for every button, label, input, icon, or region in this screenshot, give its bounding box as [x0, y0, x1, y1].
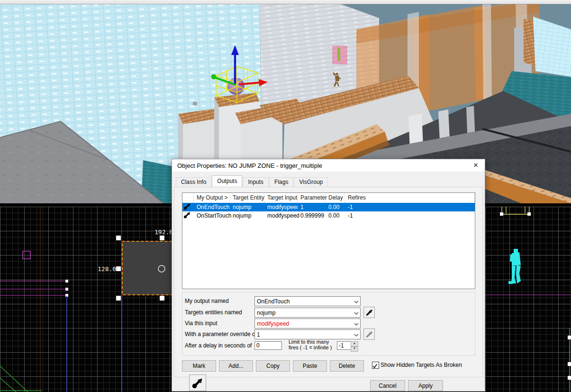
dimension-height-label: 128.0 — [98, 265, 116, 273]
tab-bar: Class Info Outputs Inputs Flags VisGroup — [176, 177, 328, 187]
player-silhouette-2d — [508, 249, 521, 284]
table-row[interactable]: OnEndTouch nojump modifyspeed 1 0.00 -1 — [182, 203, 475, 211]
cell-delay: 0.00 — [326, 203, 345, 211]
brush-outline-magenta — [0, 281, 67, 295]
delay-input[interactable] — [254, 341, 282, 350]
outputs-table-header: My Output > Target Entity Target Input P… — [182, 193, 475, 203]
limit-fires-input[interactable] — [337, 341, 351, 350]
targets-entities-combo[interactable]: nojump — [254, 308, 361, 318]
label-via-this-input: Via this input — [185, 320, 218, 327]
my-output-named-combo[interactable]: OnEndTouch — [254, 296, 361, 306]
spinner-down-icon[interactable]: ▼ — [351, 346, 358, 352]
selected-brush-2d[interactable] — [122, 241, 172, 295]
label-delay-seconds: After a delay in seconds of — [185, 342, 252, 349]
via-this-input-value: modifyspeed — [255, 320, 353, 327]
parameter-override-value: 1 — [255, 331, 353, 338]
header-refires[interactable]: Refires — [345, 193, 475, 203]
chevron-down-icon[interactable] — [353, 331, 360, 338]
brush-outline-yellow — [500, 207, 531, 214]
output-arrow-icon — [182, 211, 194, 220]
cell-target-input: modifyspeed — [264, 203, 298, 211]
viewport-2d-right[interactable] — [484, 207, 571, 392]
outputs-table[interactable]: My Output > Target Entity Target Input P… — [182, 192, 475, 289]
targets-entities-value: nojump — [255, 310, 353, 316]
via-this-input-combo[interactable]: modifyspeed — [254, 319, 361, 328]
close-icon[interactable]: ✕ — [471, 161, 481, 170]
viewport-2d-left[interactable]: 192.0 128.0 — [0, 207, 172, 392]
tab-class-info[interactable]: Class Info — [176, 177, 211, 187]
copy-button[interactable]: Copy — [256, 360, 290, 372]
cell-my-output: OnEndTouch — [194, 203, 230, 211]
tab-flags[interactable]: Flags — [269, 177, 293, 187]
cell-parameter: 1 — [298, 203, 326, 211]
my-output-named-value: OnEndTouch — [255, 298, 353, 305]
output-connection-button[interactable] — [189, 374, 206, 391]
entity-picker-button[interactable] — [363, 307, 375, 318]
show-hidden-targets-label: Show Hidden Targets As Broken — [381, 362, 462, 368]
dimension-width-label: 192.0 — [154, 228, 172, 236]
cell-refires: -1 — [345, 211, 475, 220]
label-parameter-override: With a parameter override of — [185, 331, 257, 337]
cell-my-output: OnStartTouch — [194, 211, 230, 220]
cell-target-entity: nojump — [230, 211, 264, 220]
limit-fires-spinner[interactable]: ▲ ▼ — [351, 341, 358, 352]
output-arrow-icon — [191, 377, 204, 389]
checkmark-icon — [372, 364, 378, 369]
small-entity-box — [193, 102, 197, 105]
header-icon-col — [182, 193, 194, 203]
show-hidden-targets-checkbox[interactable] — [372, 362, 379, 369]
chevron-down-icon[interactable] — [353, 310, 360, 316]
chevron-down-icon[interactable] — [353, 298, 360, 305]
add-button[interactable]: Add... — [219, 360, 253, 372]
eyedropper-icon — [366, 331, 373, 338]
dialog-title: Object Properties: NO JUMP ZONE - trigge… — [177, 162, 322, 169]
cancel-button[interactable]: Cancel — [370, 380, 405, 391]
vertex-handles-small[interactable] — [65, 280, 68, 297]
label-targets-entities: Targets entities named — [185, 309, 242, 316]
pink-trigger-brush — [333, 46, 347, 64]
dialog-titlebar[interactable]: Object Properties: NO JUMP ZONE - trigge… — [172, 159, 485, 172]
spinner-up-icon[interactable]: ▲ — [351, 341, 358, 346]
cell-delay: 0.00 — [326, 211, 345, 220]
tab-outputs[interactable]: Outputs — [212, 175, 242, 187]
cell-target-entity: nojump — [230, 203, 264, 211]
header-target-input[interactable]: Target Input — [264, 193, 298, 203]
delete-button[interactable]: Delete — [330, 360, 364, 372]
parameter-picker-button[interactable] — [363, 328, 375, 340]
label-my-output-named: My output named — [185, 298, 229, 304]
header-parameter[interactable]: Parameter — [298, 193, 326, 203]
output-arrow-icon — [182, 203, 194, 211]
cell-refires: -1 — [345, 203, 475, 211]
mark-button[interactable]: Mark — [182, 360, 216, 372]
header-my-output[interactable]: My Output > — [194, 193, 230, 203]
tab-inputs[interactable]: Inputs — [243, 177, 269, 187]
chevron-down-icon[interactable] — [353, 320, 360, 327]
label-limit-fires: Limit to this many fires ( -1 = infinite… — [289, 339, 336, 350]
header-delay[interactable]: Delay — [326, 193, 345, 203]
cell-parameter: 0.999999 — [298, 211, 326, 220]
header-target-entity[interactable]: Target Entity — [230, 193, 264, 203]
object-properties-dialog: Object Properties: NO JUMP ZONE - trigge… — [172, 159, 485, 392]
apply-button[interactable]: Apply — [408, 380, 443, 391]
paste-button[interactable]: Paste — [293, 360, 327, 372]
brush-lines-green — [0, 366, 42, 392]
hammer-editor-window: 192.0 128.0 — [0, 0, 571, 392]
entity-marker-square — [23, 251, 30, 259]
table-row[interactable]: OnStartTouch nojump modifyspeed 0.999999… — [182, 211, 475, 220]
viewport-splitter[interactable] — [0, 0, 571, 4]
cell-target-input: modifyspeed — [264, 211, 298, 220]
parameter-override-combo[interactable]: 1 — [254, 329, 361, 339]
eyedropper-icon — [366, 309, 373, 316]
tab-visgroup[interactable]: VisGroup — [294, 177, 328, 187]
